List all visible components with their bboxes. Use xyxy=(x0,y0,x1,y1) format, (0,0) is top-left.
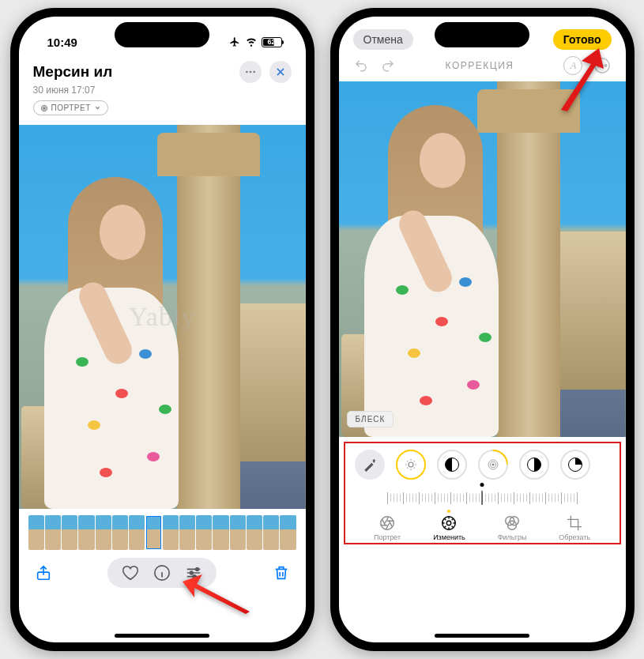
bottom-toolbar xyxy=(19,550,306,593)
done-button[interactable]: Готово xyxy=(553,29,612,50)
svg-point-1 xyxy=(249,71,251,73)
photo-subtitle: 30 июня 17:07 xyxy=(19,85,306,96)
edit-mode-title: КОРРЕКЦИЯ xyxy=(446,60,514,71)
adjust-knobs-row[interactable] xyxy=(352,448,613,484)
brilliance-knob[interactable] xyxy=(437,450,467,480)
thumbnail[interactable] xyxy=(280,515,296,550)
home-indicator[interactable] xyxy=(115,634,209,638)
thumbnail[interactable] xyxy=(62,515,77,550)
highlights-knob[interactable] xyxy=(478,450,508,480)
wand-icon xyxy=(363,458,377,472)
right-phone-frame: Отмена Готово КОРРЕКЦИЯ A xyxy=(330,8,635,651)
thumbnail[interactable] xyxy=(163,515,179,550)
redo-button[interactable] xyxy=(380,58,396,73)
svg-point-16 xyxy=(491,464,494,466)
thumbnail-strip[interactable] xyxy=(28,515,296,550)
cancel-button[interactable]: Отмена xyxy=(353,29,413,50)
portrait-mode-chip[interactable]: ПОРТРЕТ xyxy=(33,100,108,115)
photo-edit-preview[interactable]: БЛЕСК xyxy=(339,81,626,437)
left-screen: 10:49 62 Мерсин ил 30 июня 17:07 ПОРТРЕТ xyxy=(19,17,306,642)
status-icons: 62 xyxy=(228,36,282,47)
aperture-icon xyxy=(40,104,48,112)
delete-button[interactable] xyxy=(273,564,290,582)
edit-mode-tabs: Портрет Изменить Фильтры Обрезать xyxy=(352,511,613,541)
thumbnail[interactable] xyxy=(213,515,228,550)
svg-point-6 xyxy=(196,568,199,571)
callout-arrow-right xyxy=(553,48,608,115)
auto-enhance-knob[interactable] xyxy=(355,450,385,480)
thumbnail[interactable] xyxy=(112,515,128,550)
favorite-button[interactable] xyxy=(122,564,139,582)
adjust-panel-highlight: Портрет Изменить Фильтры Обрезать xyxy=(344,442,621,544)
dial-icon xyxy=(440,514,458,532)
battery-icon: 62 xyxy=(262,37,282,47)
exposure-icon xyxy=(404,458,418,472)
thumbnail[interactable] xyxy=(78,515,94,550)
svg-point-13 xyxy=(409,462,413,467)
callout-arrow-left xyxy=(183,572,254,619)
tab-crop[interactable]: Обрезать xyxy=(559,514,590,541)
info-button[interactable] xyxy=(153,564,171,582)
thumbnail[interactable] xyxy=(247,515,262,550)
adjust-slider[interactable] xyxy=(352,486,613,510)
ellipsis-icon xyxy=(244,66,257,78)
thumbnail[interactable] xyxy=(45,515,61,550)
filters-icon xyxy=(503,514,521,532)
thumbnail[interactable] xyxy=(230,515,246,550)
title-row: Мерсин ил xyxy=(19,55,306,85)
more-button[interactable] xyxy=(239,61,262,83)
exposure-knob[interactable] xyxy=(396,450,426,480)
wifi-icon xyxy=(245,36,258,47)
half-circle-icon xyxy=(527,458,541,472)
thumbnail[interactable] xyxy=(263,515,279,550)
concentric-icon xyxy=(486,458,500,472)
half-circle-icon xyxy=(445,458,459,472)
left-phone-frame: 10:49 62 Мерсин ил 30 июня 17:07 ПОРТРЕТ xyxy=(10,8,314,651)
thumbnail[interactable] xyxy=(179,515,195,550)
quarter-icon xyxy=(568,458,582,472)
crop-icon xyxy=(566,514,583,532)
close-button[interactable] xyxy=(269,61,292,83)
thumbnail-current[interactable] xyxy=(145,515,161,550)
dynamic-island xyxy=(115,22,209,47)
thumbnail[interactable] xyxy=(28,515,44,550)
slider-center-tick xyxy=(482,491,483,505)
tab-adjust[interactable]: Изменить xyxy=(433,514,465,541)
home-indicator[interactable] xyxy=(435,634,529,638)
status-time: 10:49 xyxy=(47,36,77,49)
thumbnail[interactable] xyxy=(129,515,145,550)
right-screen: Отмена Готово КОРРЕКЦИЯ A xyxy=(339,17,626,642)
undo-button[interactable] xyxy=(353,58,369,73)
shadows-knob[interactable] xyxy=(519,450,549,480)
airplane-icon xyxy=(228,36,241,47)
contrast-knob[interactable] xyxy=(560,450,590,480)
tab-portrait[interactable]: Портрет xyxy=(374,514,401,541)
thumbnail[interactable] xyxy=(196,515,212,550)
thumbnail[interactable] xyxy=(96,515,111,550)
slider-value-dot xyxy=(480,483,484,487)
svg-point-0 xyxy=(246,71,248,73)
close-icon xyxy=(275,66,286,77)
tab-filters[interactable]: Фильтры xyxy=(498,514,527,541)
chevron-down-icon xyxy=(94,104,101,111)
dynamic-island xyxy=(435,22,529,47)
adjustment-label-chip: БЛЕСК xyxy=(347,411,394,427)
share-button[interactable] xyxy=(35,564,52,582)
photo-title: Мерсин ил xyxy=(33,63,113,81)
aperture-icon xyxy=(378,514,396,532)
svg-point-19 xyxy=(447,521,452,525)
svg-point-2 xyxy=(253,71,255,73)
photo-preview[interactable]: Yably xyxy=(19,125,306,509)
